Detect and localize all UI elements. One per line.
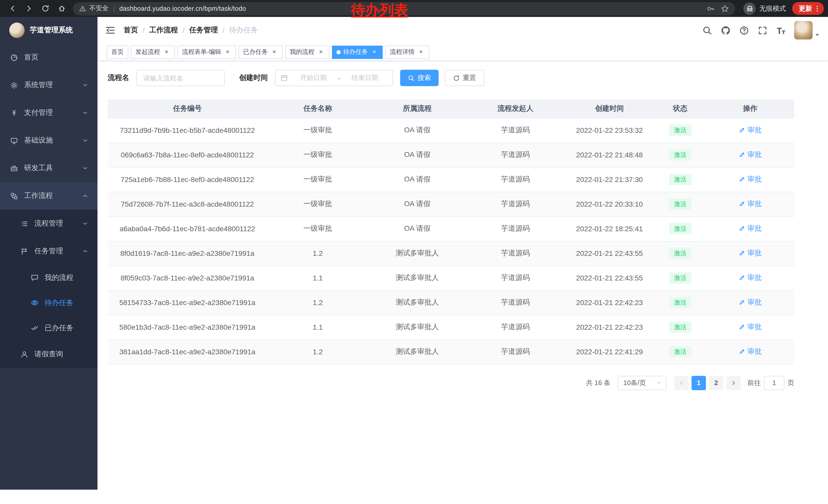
cell-action: 审批 xyxy=(706,216,794,241)
chat-icon xyxy=(31,274,38,281)
cell-id: a6aba0a4-7b6d-11ec-b781-acde48001122 xyxy=(108,216,267,241)
status-badge: 激活 xyxy=(669,346,692,357)
flag-icon xyxy=(20,247,28,255)
tab-close-icon[interactable]: × xyxy=(317,48,325,56)
sidebar-item-首页[interactable]: 首页 xyxy=(0,44,97,71)
page-button-1[interactable]: 1 xyxy=(692,375,706,390)
pagination: 共 16 条 10条/页 12 前往 页 xyxy=(108,375,794,390)
app-logo[interactable]: 芋道管理系统 xyxy=(0,17,97,44)
user-menu[interactable] xyxy=(794,21,820,40)
tab-close-icon[interactable]: × xyxy=(271,48,278,56)
search-button[interactable]: 搜索 xyxy=(400,70,439,86)
sidebar-item-label: 首页 xyxy=(24,53,38,62)
github-button[interactable] xyxy=(721,26,731,35)
cell-process: OA 请假 xyxy=(369,216,466,241)
column-header: 所属流程 xyxy=(369,99,466,118)
cell-name: 1.1 xyxy=(267,266,369,290)
browser-reload-button[interactable] xyxy=(39,2,51,15)
approve-button[interactable]: 审批 xyxy=(739,126,762,135)
sidebar-item-已办任务[interactable]: 已办任务 xyxy=(0,315,97,340)
tab-流程表单-编辑[interactable]: 流程表单-编辑× xyxy=(177,45,236,59)
approve-button[interactable]: 审批 xyxy=(739,199,762,209)
browser-home-button[interactable] xyxy=(55,2,68,15)
sidebar-item-工作流程[interactable]: 工作流程 xyxy=(0,182,97,210)
column-header: 流程发起人 xyxy=(466,99,565,118)
reset-button[interactable]: 重置 xyxy=(445,70,484,86)
tab-流程详情[interactable]: 流程详情× xyxy=(385,45,429,59)
approve-button[interactable]: 审批 xyxy=(739,298,762,307)
sidebar-item-请假查询[interactable]: 请假查询 xyxy=(0,340,97,368)
tab-label: 待办任务 xyxy=(343,48,368,56)
page-size-select[interactable]: 10条/页 xyxy=(618,375,666,390)
approve-button[interactable]: 审批 xyxy=(739,249,762,258)
fullscreen-button[interactable] xyxy=(758,26,768,35)
goto-label: 前往 xyxy=(747,378,761,387)
app-title: 芋道管理系统 xyxy=(30,26,73,35)
forward-icon xyxy=(25,5,33,12)
page-button-2[interactable]: 2 xyxy=(709,375,723,390)
help-button[interactable] xyxy=(739,26,749,35)
search-button[interactable] xyxy=(702,26,712,35)
tab-close-icon[interactable]: × xyxy=(163,48,170,56)
tab-我的流程[interactable]: 我的流程× xyxy=(285,45,329,59)
bookmark-star-icon[interactable] xyxy=(721,4,729,12)
approve-button[interactable]: 审批 xyxy=(739,224,762,233)
cell-process: 测试多审批人 xyxy=(369,339,466,364)
security-chip[interactable]: 不安全 xyxy=(79,4,109,13)
page-unit-label: 页 xyxy=(787,378,794,387)
cell-initiator: 芋道源码 xyxy=(466,216,565,241)
sidebar-item-基础设施[interactable]: 基础设施 xyxy=(0,127,97,154)
update-button[interactable]: 更新 xyxy=(792,2,824,15)
breadcrumb-item[interactable]: 工作流程 xyxy=(149,26,178,35)
sidebar-item-我的流程[interactable]: 我的流程 xyxy=(0,265,97,290)
breadcrumb-item[interactable]: 首页 xyxy=(124,26,138,35)
approve-button[interactable]: 审批 xyxy=(739,150,762,159)
logo-image xyxy=(9,22,25,38)
browser-back-button[interactable] xyxy=(6,2,18,15)
date-range-picker[interactable]: 开始日期 - 结束日期 xyxy=(275,70,393,86)
tab-bar: 首页发起流程×流程表单-编辑×已办任务×我的流程×待办任务×流程详情× xyxy=(97,44,828,61)
goto-page-input[interactable] xyxy=(764,375,784,390)
cell-id: 58154733-7ac8-11ec-a9e2-a2380e71991a xyxy=(108,290,267,315)
password-key-icon[interactable] xyxy=(706,4,715,12)
edit-icon xyxy=(739,250,745,257)
approve-button[interactable]: 审批 xyxy=(739,273,762,282)
incognito-badge: 无痕模式 xyxy=(743,2,786,15)
tab-close-icon[interactable]: × xyxy=(417,48,425,56)
dashboard-icon xyxy=(10,54,18,61)
approve-button[interactable]: 审批 xyxy=(739,322,762,332)
sidebar-item-研发工具[interactable]: 研发工具 xyxy=(0,154,97,182)
approve-label: 审批 xyxy=(747,249,762,258)
tab-待办任务[interactable]: 待办任务× xyxy=(332,45,383,59)
browser-forward-button[interactable] xyxy=(23,2,35,15)
sidebar-item-待办任务[interactable]: 待办任务 xyxy=(0,290,97,315)
textsize-button[interactable] xyxy=(776,26,786,35)
cell-name: 一级审批 xyxy=(267,192,369,216)
sidebar-item-支付管理[interactable]: 支付管理 xyxy=(0,99,97,127)
tab-已办任务[interactable]: 已办任务× xyxy=(239,45,283,59)
tab-close-icon[interactable]: × xyxy=(370,48,378,56)
sidebar-item-流程管理[interactable]: 流程管理 xyxy=(0,210,97,237)
cell-name: 1.2 xyxy=(267,290,369,315)
reload-icon xyxy=(41,5,49,12)
tab-close-icon[interactable]: × xyxy=(224,48,232,56)
status-badge: 激活 xyxy=(669,223,692,234)
table-row: 58154733-7ac8-11ec-a9e2-a2380e71991a1.2测… xyxy=(108,290,794,315)
cell-initiator: 芋道源码 xyxy=(466,192,565,216)
approve-label: 审批 xyxy=(747,322,762,332)
approve-button[interactable]: 审批 xyxy=(739,175,762,184)
breadcrumb-item[interactable]: 任务管理 xyxy=(189,26,218,35)
tab-首页[interactable]: 首页 xyxy=(107,45,128,59)
sidebar-item-系统管理[interactable]: 系统管理 xyxy=(0,71,97,99)
process-name-input[interactable] xyxy=(136,70,225,86)
approve-button[interactable]: 审批 xyxy=(739,347,762,356)
sidebar-toggle-button[interactable] xyxy=(105,25,115,35)
prev-page-button[interactable] xyxy=(674,375,689,390)
cell-id: 75d72608-7b7f-11ec-a3c8-acde48001122 xyxy=(108,192,267,216)
gear-icon xyxy=(10,81,18,89)
tab-发起流程[interactable]: 发起流程× xyxy=(131,45,175,59)
next-page-button[interactable] xyxy=(727,375,741,390)
sidebar-item-任务管理[interactable]: 任务管理 xyxy=(0,237,97,265)
status-badge: 激活 xyxy=(669,149,692,161)
column-header: 任务编号 xyxy=(108,99,267,118)
